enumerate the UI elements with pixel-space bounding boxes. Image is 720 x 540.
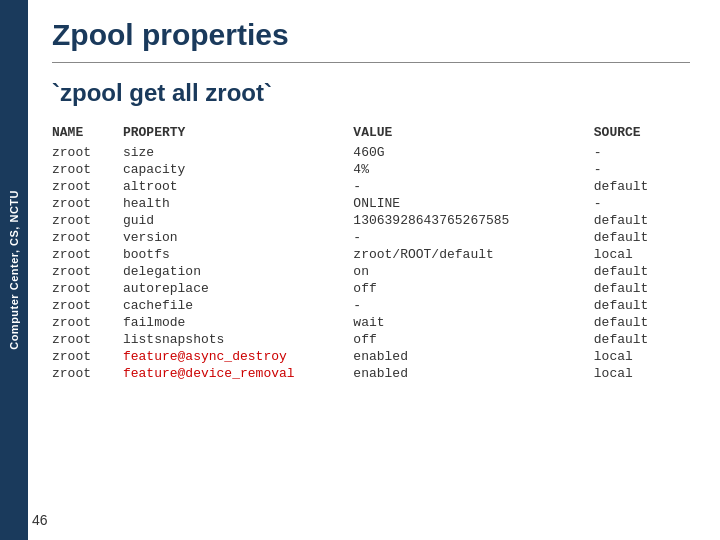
cell-td-src: default — [594, 178, 690, 195]
cell-td-name: zroot — [52, 297, 123, 314]
cell-td-prop: failmode — [123, 314, 353, 331]
sidebar-label: Computer Center, CS, NCTU — [8, 190, 20, 350]
cell-td-src: default — [594, 280, 690, 297]
cell-td-src: default — [594, 314, 690, 331]
cell-td-val: off — [353, 280, 593, 297]
page-title: Zpool properties — [52, 18, 690, 52]
cell-td-prop: version — [123, 229, 353, 246]
cell-td-name: zroot — [52, 246, 123, 263]
cell-td-src: default — [594, 212, 690, 229]
col-header-value: VALUE — [353, 123, 593, 144]
cell-td-prop: feature@async_destroy — [123, 348, 353, 365]
divider — [52, 62, 690, 63]
cell-td-val: - — [353, 297, 593, 314]
table-row: zrootfailmodewaitdefault — [52, 314, 690, 331]
page-number: 46 — [32, 512, 48, 528]
cell-td-val: wait — [353, 314, 593, 331]
table-row: zrootdelegationondefault — [52, 263, 690, 280]
cell-td-name: zroot — [52, 178, 123, 195]
cell-td-src: default — [594, 297, 690, 314]
cell-td-val: enabled — [353, 348, 593, 365]
table-row: zrootguid13063928643765267585default — [52, 212, 690, 229]
cell-td-name: zroot — [52, 365, 123, 382]
cell-td-name: zroot — [52, 263, 123, 280]
table-row: zroothealthONLINE- — [52, 195, 690, 212]
cell-td-prop: health — [123, 195, 353, 212]
cell-td-prop: delegation — [123, 263, 353, 280]
cell-td-src: local — [594, 348, 690, 365]
cell-td-src: local — [594, 365, 690, 382]
table-row: zrootsize460G- — [52, 144, 690, 161]
cell-td-val: off — [353, 331, 593, 348]
cell-td-src: local — [594, 246, 690, 263]
cell-td-prop: bootfs — [123, 246, 353, 263]
table-row: zrootcapacity4%- — [52, 161, 690, 178]
cell-td-prop: size — [123, 144, 353, 161]
table-row: zrootaltroot-default — [52, 178, 690, 195]
cell-td-src: - — [594, 144, 690, 161]
cell-td-prop: cachefile — [123, 297, 353, 314]
cell-td-val: on — [353, 263, 593, 280]
cell-td-val: zroot/ROOT/default — [353, 246, 593, 263]
table-row: zrootfeature@async_destroyenabledlocal — [52, 348, 690, 365]
col-header-property: PROPERTY — [123, 123, 353, 144]
table-row: zrootbootfszroot/ROOT/defaultlocal — [52, 246, 690, 263]
properties-table: NAME PROPERTY VALUE SOURCE zrootsize460G… — [52, 123, 690, 382]
cell-td-prop: autoreplace — [123, 280, 353, 297]
cell-td-val: enabled — [353, 365, 593, 382]
table-row: zrootcachefile-default — [52, 297, 690, 314]
cell-td-val: ONLINE — [353, 195, 593, 212]
cell-td-name: zroot — [52, 280, 123, 297]
col-header-source: SOURCE — [594, 123, 690, 144]
cell-td-prop: listsnapshots — [123, 331, 353, 348]
table-row: zrootversion-default — [52, 229, 690, 246]
table-header-row: NAME PROPERTY VALUE SOURCE — [52, 123, 690, 144]
cell-td-name: zroot — [52, 161, 123, 178]
cell-td-name: zroot — [52, 348, 123, 365]
table-row: zrootfeature@device_removalenabledlocal — [52, 365, 690, 382]
cell-td-src: default — [594, 263, 690, 280]
main-content: Zpool properties `zpool get all zroot` N… — [28, 0, 720, 540]
table-row: zrootlistsnapshotsoffdefault — [52, 331, 690, 348]
col-header-name: NAME — [52, 123, 123, 144]
cell-td-name: zroot — [52, 314, 123, 331]
cell-td-prop: guid — [123, 212, 353, 229]
cell-td-name: zroot — [52, 144, 123, 161]
cell-td-src: default — [594, 331, 690, 348]
cell-td-val: - — [353, 178, 593, 195]
cell-td-src: - — [594, 195, 690, 212]
sidebar: Computer Center, CS, NCTU — [0, 0, 28, 540]
cell-td-name: zroot — [52, 229, 123, 246]
cell-td-prop: feature@device_removal — [123, 365, 353, 382]
cell-td-name: zroot — [52, 331, 123, 348]
cell-td-src: - — [594, 161, 690, 178]
subtitle: `zpool get all zroot` — [52, 79, 690, 107]
cell-td-name: zroot — [52, 212, 123, 229]
cell-td-src: default — [594, 229, 690, 246]
cell-td-prop: altroot — [123, 178, 353, 195]
cell-td-val: 4% — [353, 161, 593, 178]
cell-td-val: - — [353, 229, 593, 246]
cell-td-val: 13063928643765267585 — [353, 212, 593, 229]
cell-td-name: zroot — [52, 195, 123, 212]
cell-td-val: 460G — [353, 144, 593, 161]
cell-td-prop: capacity — [123, 161, 353, 178]
table-row: zrootautoreplaceoffdefault — [52, 280, 690, 297]
